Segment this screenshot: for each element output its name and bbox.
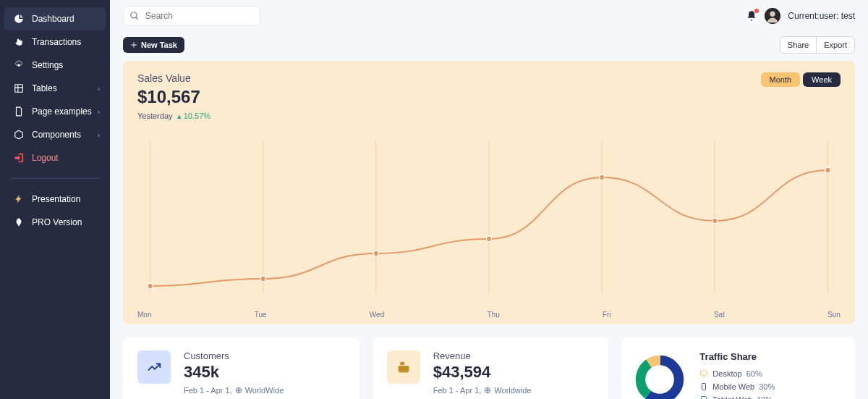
globe-icon — [235, 387, 242, 394]
sidebar-item-tables[interactable]: Tables › — [4, 77, 106, 100]
traffic-row-mobile: Mobile Web 30% — [699, 382, 775, 391]
sidebar-item-label: Components — [32, 130, 81, 140]
chart-x-labels: MonTueWedThuFriSatSun — [137, 311, 841, 319]
sidebar-item-label: PRO Version — [32, 217, 82, 227]
stats-row: Customers 345k Feb 1 - Apr 1, WorldWide … — [123, 337, 855, 399]
box-icon — [13, 129, 25, 140]
sidebar-item-components[interactable]: Components › — [4, 123, 106, 146]
revenue-card: Revenue $43,594 Feb 1 - Apr 1, Worldwide… — [373, 337, 609, 399]
new-task-button[interactable]: New Task — [123, 37, 184, 53]
sidebar-item-label: Settings — [32, 60, 63, 70]
svg-rect-25 — [399, 371, 408, 373]
customers-label: Customers — [184, 350, 284, 361]
sidebar: Dashboard Transactions Settings Tables ›… — [0, 0, 110, 399]
svg-point-21 — [825, 167, 830, 173]
notification-dot — [754, 9, 759, 13]
sidebar-item-label: Logout — [32, 153, 59, 163]
tablet-icon — [699, 395, 708, 400]
search-input[interactable] — [123, 6, 260, 26]
chart-line-icon — [137, 350, 171, 384]
action-row: New Task Share Export — [110, 32, 868, 61]
revenue-label: Revenue — [433, 350, 532, 361]
revenue-value: $43,594 — [433, 363, 532, 382]
sidebar-item-label: Presentation — [32, 194, 80, 204]
desktop-icon — [699, 369, 708, 378]
svg-point-19 — [600, 175, 605, 180]
toggle-week[interactable]: Week — [803, 72, 841, 87]
chevron-right-icon: › — [98, 131, 100, 139]
svg-line-5 — [136, 17, 138, 20]
notifications-button[interactable] — [746, 10, 757, 22]
user-label: Current:user: test — [788, 11, 855, 21]
hand-icon — [13, 36, 25, 48]
svg-point-20 — [712, 218, 718, 224]
sidebar-item-pro[interactable]: PRO Version — [4, 211, 106, 234]
sidebar-item-label: Dashboard — [32, 14, 75, 24]
traffic-row-desktop: Desktop 60% — [699, 369, 775, 378]
chart-sub-prefix: Yesterday — [137, 112, 173, 120]
table-icon — [13, 83, 25, 94]
svg-rect-1 — [15, 85, 23, 93]
logout-icon — [13, 152, 25, 164]
sidebar-item-label: Tables — [32, 83, 57, 93]
sidebar-divider — [10, 178, 100, 179]
share-button[interactable]: Share — [780, 37, 817, 53]
search-icon — [129, 11, 140, 21]
chart-change-pct: 10.57% — [184, 112, 210, 120]
sidebar-item-logout[interactable]: Logout — [4, 146, 106, 169]
chart-area: MonTueWedThuFriSatSun — [137, 134, 841, 319]
svg-point-16 — [260, 276, 265, 282]
traffic-card: Traffic Share Desktop 60% Mobile Web 30%… — [621, 337, 855, 399]
svg-point-4 — [131, 12, 137, 18]
sidebar-item-label: Transactions — [32, 37, 81, 47]
avatar[interactable] — [765, 8, 780, 24]
export-group: Share Export — [780, 36, 855, 54]
traffic-row-tablet: Tablet Web 10% — [699, 395, 775, 400]
chart-title: Sales Value — [137, 72, 210, 84]
traffic-title: Traffic Share — [699, 351, 775, 362]
topbar: Current:user: test — [110, 0, 868, 32]
customers-card: Customers 345k Feb 1 - Apr 1, WorldWide … — [123, 337, 359, 399]
sales-chart-card: Sales Value $10,567 Yesterday ▴ 10.57% M… — [123, 61, 855, 324]
chart-subtitle: Yesterday ▴ 10.57% — [137, 112, 210, 121]
rocket-icon — [13, 217, 25, 228]
svg-rect-33 — [702, 383, 706, 390]
globe-icon — [484, 387, 491, 394]
sidebar-item-transactions[interactable]: Transactions — [4, 30, 106, 54]
chevron-right-icon: › — [98, 85, 100, 93]
bolt-icon — [13, 193, 25, 205]
plus-icon — [130, 41, 137, 49]
toggle-month[interactable]: Month — [761, 72, 801, 87]
sidebar-item-dashboard[interactable]: Dashboard — [4, 7, 106, 30]
gear-icon — [13, 59, 25, 71]
pie-icon — [13, 13, 25, 25]
svg-point-17 — [373, 251, 378, 256]
chevron-right-icon: › — [98, 108, 100, 116]
chart-value: $10,567 — [137, 87, 210, 107]
svg-point-15 — [148, 283, 153, 289]
export-button[interactable]: Export — [817, 37, 854, 53]
customers-value: 345k — [184, 363, 284, 382]
svg-point-18 — [486, 236, 491, 242]
donut-chart — [634, 354, 685, 399]
search-wrap — [123, 6, 260, 26]
svg-rect-34 — [702, 396, 707, 399]
sidebar-item-label: Page examples — [32, 106, 92, 117]
chart-change: ▴ 10.57% — [175, 112, 210, 120]
svg-rect-23 — [398, 366, 409, 371]
mobile-icon — [699, 382, 708, 391]
revenue-period: Feb 1 - Apr 1, Worldwide — [433, 386, 532, 395]
customers-period: Feb 1 - Apr 1, WorldWide — [184, 386, 284, 395]
svg-rect-31 — [701, 371, 707, 375]
svg-rect-24 — [400, 362, 404, 366]
svg-point-7 — [770, 12, 775, 17]
new-task-label: New Task — [141, 41, 177, 49]
page-icon — [13, 106, 25, 117]
cash-register-icon — [387, 350, 420, 384]
main-content: Current:user: test New Task Share Export… — [110, 0, 868, 399]
sidebar-item-presentation[interactable]: Presentation — [4, 188, 106, 211]
sidebar-item-page-examples[interactable]: Page examples › — [4, 100, 106, 123]
sidebar-item-settings[interactable]: Settings — [4, 54, 106, 77]
